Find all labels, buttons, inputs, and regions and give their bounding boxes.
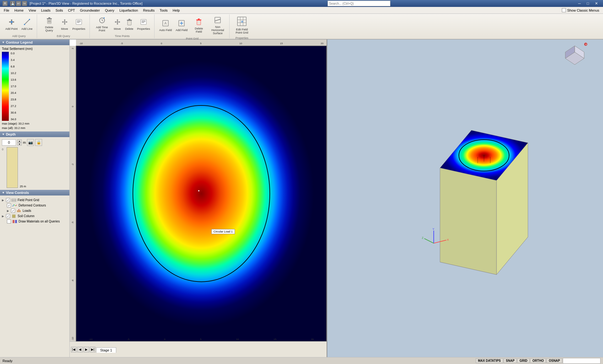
plan-view[interactable]: -10-505101520 2 0 -2 -5 -8 -10 (70, 40, 327, 357)
properties-tp-button[interactable]: Properties (136, 17, 152, 32)
stage-nav-last[interactable]: ▶| (90, 347, 95, 352)
maximize-button[interactable]: □ (584, 0, 592, 7)
stage-nav-first[interactable]: |◀ (71, 347, 77, 352)
save-icon[interactable]: 💾 (10, 1, 15, 6)
depth-content: ▲ ▼ m 📷 🔒 0 25 m (0, 137, 69, 190)
legend-val-9: 30.6 (11, 111, 16, 114)
non-horiz-button[interactable]: Non Horizontal Surface (209, 15, 227, 36)
add-point-button[interactable]: Add Point (4, 17, 19, 32)
move-query-button[interactable]: Move (59, 17, 70, 32)
move-tp-button[interactable]: Move (112, 17, 123, 32)
move-tp-label: Move (114, 28, 121, 31)
contour-legend-header[interactable]: ▼ Contour Legend (0, 40, 69, 45)
svg-rect-21 (128, 21, 131, 25)
classic-menus-label: Show Classic Menus (567, 8, 599, 12)
svg-point-2 (11, 21, 13, 23)
vc-expand-loads[interactable]: ▶ (7, 209, 9, 212)
legend-val-10: 34.0 (11, 118, 16, 121)
vc-cb-deformed-contours[interactable] (7, 203, 11, 207)
menu-cpt[interactable]: CPT (66, 7, 78, 13)
depth-camera-button[interactable]: 📷 (27, 139, 34, 146)
menu-results[interactable]: Results (140, 7, 157, 13)
snap-button[interactable]: SNAP (504, 358, 517, 363)
titlebar-title: [Project 1* - Plan/3D View - Registered … (30, 2, 143, 5)
depth-title: Depth (6, 132, 16, 136)
classic-menus-checkbox[interactable] (562, 8, 566, 12)
ortho-button[interactable]: ORTHO (530, 358, 546, 363)
status-coordinate-input[interactable] (563, 358, 600, 364)
titlebar-left: R 💾 ↩ ↪ [Project 1* - Plan/3D View - Reg… (3, 1, 143, 6)
vc-label-deformed-contours: Deformed Contours (19, 204, 46, 207)
add-field-label: Add Field (176, 29, 187, 32)
osnap-button[interactable]: OSNAP (546, 358, 562, 363)
vc-expand-fpg[interactable]: ▶ (2, 199, 4, 202)
view-cube-nav[interactable]: Front ✕ (562, 43, 587, 68)
toolbar-group-time-points: Add Time Point Move Delete Properties (90, 14, 155, 38)
add-field-button[interactable]: Add Field (174, 18, 189, 33)
legend-val-2: 6.8 (11, 65, 16, 68)
legend-max-stage: max (stage): 33.2 mm (2, 122, 68, 125)
menu-help[interactable]: Help (170, 7, 182, 13)
vc-cb-field-point-grid[interactable] (6, 198, 10, 202)
svg-text:A: A (164, 21, 167, 25)
add-line-button[interactable]: Add Line (20, 17, 34, 32)
stage-1-tab[interactable]: Stage 1 (96, 347, 116, 353)
menu-tools[interactable]: Tools (157, 7, 170, 13)
contour-legend-arrow: ▼ (2, 41, 5, 44)
depth-row: 0 25 m (2, 147, 68, 188)
add-time-point-icon (98, 17, 106, 25)
delete-query-button[interactable]: Delete Query (40, 15, 58, 34)
menu-liquefaction[interactable]: Liquefaction (117, 7, 140, 13)
vc-expand-soil[interactable]: ▶ (2, 215, 4, 218)
svg-marker-53 (18, 209, 19, 210)
grid-button[interactable]: GRID (517, 358, 530, 363)
svg-point-4 (24, 24, 25, 25)
properties-tp-label: Properties (137, 28, 150, 31)
vc-cb-loads[interactable] (11, 209, 15, 213)
svg-point-47 (15, 200, 16, 201)
auto-field-button[interactable]: A Auto Field (158, 18, 174, 33)
menu-home[interactable]: Home (12, 7, 26, 13)
edit-query-group-label: Edit Query (40, 34, 87, 38)
add-time-point-button[interactable]: Add Time Point (93, 15, 111, 34)
view-controls-content: ▶ Field Point Grid Deformed Contours ▶ (0, 195, 69, 226)
properties-query-button[interactable]: Properties (71, 17, 87, 32)
legend-val-3: 10.2 (11, 72, 16, 75)
depth-lock-button[interactable]: 🔒 (35, 139, 42, 146)
menu-soils[interactable]: Soils (53, 7, 66, 13)
vc-icon-deformed-contours (12, 204, 17, 207)
delete-field-label: Delete Field (191, 27, 206, 34)
menu-file[interactable]: File (1, 7, 12, 13)
delete-field-button[interactable]: Delete Field (190, 17, 208, 35)
depth-spin-down[interactable]: ▼ (17, 142, 22, 146)
3d-view[interactable]: Front ✕ (327, 40, 603, 357)
depth-header[interactable]: ▼ Depth (0, 131, 69, 137)
search-input[interactable] (328, 1, 390, 6)
view-cube-svg: Front ✕ (562, 43, 587, 68)
add-field-icon (178, 19, 185, 28)
depth-spin-up[interactable]: ▲ (17, 139, 22, 142)
plan-canvas[interactable]: Circular Load 1 (76, 46, 327, 341)
delete-tp-button[interactable]: Delete (124, 17, 135, 32)
minimize-button[interactable]: ─ (575, 0, 584, 7)
menu-query[interactable]: Query (102, 7, 117, 13)
redo-icon[interactable]: ↪ (22, 1, 27, 6)
delete-query-icon (46, 17, 53, 25)
delete-tp-label: Delete (125, 28, 133, 31)
edit-field-grid-button[interactable]: Edit Field Point Grid (233, 15, 251, 36)
view-controls-header[interactable]: ▼ View Controls (0, 190, 69, 195)
undo-icon[interactable]: ↩ (16, 1, 21, 6)
menu-view[interactable]: View (26, 7, 39, 13)
delete-tp-icon (126, 18, 133, 27)
vc-cb-draw-materials[interactable] (7, 219, 11, 223)
depth-value-input[interactable] (2, 139, 16, 146)
menu-loads[interactable]: Loads (39, 7, 53, 13)
plan-axis-bottom: -10 -5 0 5 10 15 20 (76, 338, 327, 341)
max-datatips-button[interactable]: MAX DATATIPS (476, 358, 503, 363)
stage-nav-prev[interactable]: ◀ (77, 347, 83, 352)
vc-cb-soil-column[interactable] (6, 214, 10, 218)
menu-groundwater[interactable]: Groundwater (78, 7, 103, 13)
close-button[interactable]: ✕ (592, 0, 600, 7)
app-icon: R (3, 1, 8, 6)
stage-nav-next[interactable]: ▶ (84, 347, 89, 352)
